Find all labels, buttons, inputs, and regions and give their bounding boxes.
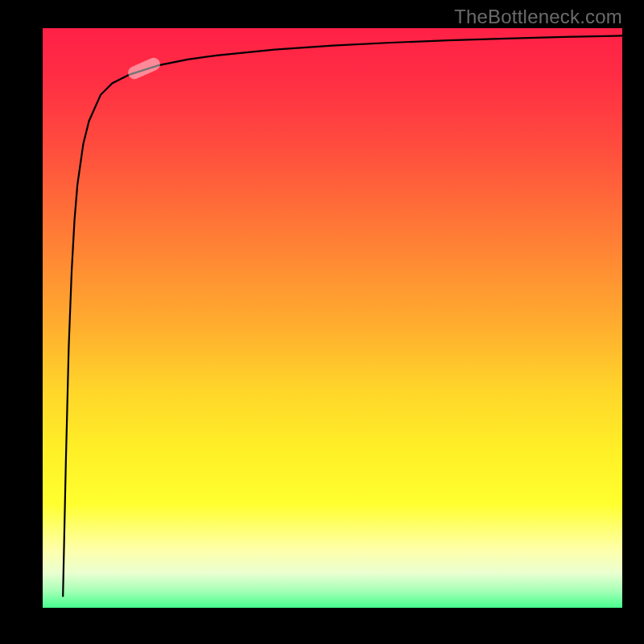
attribution-label: TheBottleneck.com bbox=[454, 6, 622, 28]
chart-container: TheBottleneck.com bbox=[0, 0, 644, 644]
curve-svg bbox=[43, 28, 622, 608]
plot-area bbox=[43, 28, 622, 608]
bottleneck-curve bbox=[63, 35, 622, 596]
